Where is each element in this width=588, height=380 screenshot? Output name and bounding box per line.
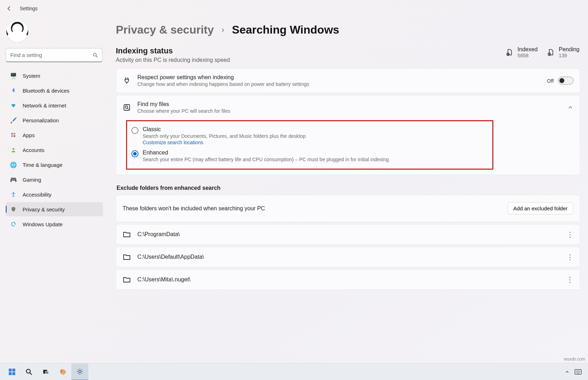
svg-rect-20	[45, 371, 48, 374]
file-pending-icon	[547, 48, 554, 56]
sidebar-item-label: Apps	[23, 132, 35, 138]
sidebar-item-label: Privacy & security	[23, 206, 65, 212]
radio-classic[interactable]: Classic Search only your Documents, Pict…	[130, 124, 489, 147]
find-my-files-card: Find my files Choose where your PC will …	[116, 95, 580, 175]
excluded-folder-row: C:\Users\Default\AppData\ ⋮	[116, 247, 580, 267]
add-excluded-folder-button[interactable]: Add an excluded folder	[507, 202, 574, 215]
gamepad-icon: 🎮	[10, 176, 17, 183]
sidebar-item-label: Accounts	[23, 147, 44, 153]
sidebar-nav: 🖥️ System Bluetooth & devices Network & …	[6, 69, 103, 231]
enhanced-desc: Search your entire PC (may affect batter…	[143, 157, 389, 162]
arrow-left-icon	[6, 5, 12, 12]
app-title: Settings	[20, 6, 38, 11]
breadcrumb-parent[interactable]: Privacy & security	[116, 23, 214, 36]
sidebar-item-apps[interactable]: Apps	[6, 128, 103, 142]
svg-point-0	[94, 53, 96, 56]
svg-line-18	[30, 373, 32, 375]
sidebar-item-label: Network & internet	[23, 103, 66, 109]
more-options-button[interactable]: ⋮	[566, 253, 574, 261]
avatar[interactable]	[6, 21, 28, 42]
svg-rect-2	[11, 133, 13, 135]
watermark: wsxdn.com	[564, 357, 585, 362]
excluded-folder-row: C:\Users\Mita\.nuget\ ⋮	[116, 269, 580, 290]
display-icon: 🖥️	[10, 72, 17, 79]
svg-point-6	[12, 148, 14, 150]
file-check-icon	[505, 48, 513, 56]
folder-path: C:\Users\Default\AppData\	[137, 254, 560, 260]
sidebar-item-windows-update[interactable]: Windows Update	[6, 217, 103, 231]
shield-icon	[10, 206, 17, 213]
sidebar-item-accessibility[interactable]: Accessibility	[6, 187, 103, 201]
wifi-icon	[10, 102, 17, 109]
plug-icon	[123, 76, 131, 85]
more-options-button[interactable]: ⋮	[566, 230, 574, 239]
palette-icon: 🎨	[60, 369, 66, 375]
svg-rect-14	[12, 368, 15, 371]
file-search-icon	[123, 103, 131, 112]
sidebar-item-accounts[interactable]: Accounts	[6, 143, 103, 157]
customize-search-locations-link[interactable]: Customize search locations	[143, 140, 203, 145]
power-toggle[interactable]	[558, 77, 574, 84]
toggle-state-label: Off	[547, 78, 554, 84]
chevron-up-icon	[567, 104, 574, 111]
find-options-highlight: Classic Search only your Documents, Pict…	[126, 120, 493, 170]
taskbar-app-settings[interactable]	[71, 363, 88, 380]
keyboard-icon[interactable]	[575, 369, 582, 375]
power-desc: Change how and when indexing happens bas…	[137, 81, 540, 87]
indexing-status: Indexing status Activity on this PC is r…	[116, 46, 580, 63]
taskbar-app-paint[interactable]: 🎨	[54, 363, 71, 380]
sidebar-item-time-language[interactable]: 🌐 Time & language	[6, 158, 103, 172]
sidebar-item-gaming[interactable]: 🎮 Gaming	[6, 173, 103, 187]
start-button[interactable]	[4, 363, 20, 380]
indexing-status-subtitle: Activity on this PC is reducing indexing…	[116, 57, 230, 63]
svg-point-7	[13, 192, 14, 193]
sidebar-item-label: Windows Update	[23, 221, 63, 227]
person-icon	[10, 146, 17, 153]
svg-point-17	[26, 369, 30, 373]
find-desc: Choose where your PC will search for fil…	[137, 108, 561, 114]
sidebar-item-label: Bluetooth & devices	[23, 88, 70, 94]
svg-point-11	[125, 106, 128, 109]
svg-rect-22	[575, 369, 581, 374]
task-view-icon	[42, 368, 49, 375]
sidebar-item-bluetooth[interactable]: Bluetooth & devices	[6, 83, 103, 98]
radio-icon	[131, 127, 138, 134]
back-button[interactable]	[5, 4, 13, 13]
settings-search	[6, 48, 102, 62]
update-icon	[10, 221, 17, 228]
svg-rect-5	[14, 135, 16, 137]
more-options-button[interactable]: ⋮	[566, 275, 574, 284]
radio-enhanced[interactable]: Enhanced Search your entire PC (may affe…	[130, 147, 489, 164]
sidebar-item-privacy-security[interactable]: Privacy & security	[6, 202, 103, 216]
sidebar-item-network[interactable]: Network & internet	[6, 98, 103, 112]
sidebar-item-system[interactable]: 🖥️ System	[6, 69, 103, 83]
main-content: Privacy & security › Searching Windows I…	[106, 17, 588, 363]
search-input[interactable]	[6, 48, 102, 62]
sidebar-item-label: Accessibility	[23, 192, 52, 198]
svg-rect-10	[124, 105, 130, 110]
classic-title: Classic	[143, 126, 305, 133]
find-my-files-header[interactable]: Find my files Choose where your PC will …	[116, 95, 580, 119]
svg-line-1	[96, 56, 97, 57]
find-title: Find my files	[137, 101, 561, 107]
chevron-right-icon: ›	[222, 25, 224, 35]
taskbar-search-button[interactable]	[20, 363, 37, 380]
power-settings-card: Respect power settings when indexing Cha…	[116, 68, 580, 93]
svg-rect-3	[14, 133, 16, 135]
exclude-header-card: These folders won't be included when sea…	[116, 195, 580, 222]
indexed-value: 5858	[517, 53, 537, 58]
indexed-stat: Indexed 5858	[505, 46, 537, 58]
indexed-label: Indexed	[517, 46, 537, 53]
pending-stat: Pending 139	[547, 46, 580, 58]
svg-line-12	[127, 108, 129, 109]
task-view-button[interactable]	[37, 363, 54, 380]
svg-rect-15	[9, 372, 12, 375]
sidebar-item-label: System	[23, 73, 40, 79]
paintbrush-icon: 🖌️	[10, 117, 17, 124]
chevron-up-icon[interactable]	[565, 369, 570, 374]
taskbar: 🎨	[0, 363, 588, 380]
svg-rect-16	[12, 372, 15, 375]
classic-desc: Search only your Documents, Pictures, an…	[143, 133, 305, 139]
sidebar-item-personalization[interactable]: 🖌️ Personalization	[6, 113, 103, 127]
windows-icon	[8, 368, 16, 376]
